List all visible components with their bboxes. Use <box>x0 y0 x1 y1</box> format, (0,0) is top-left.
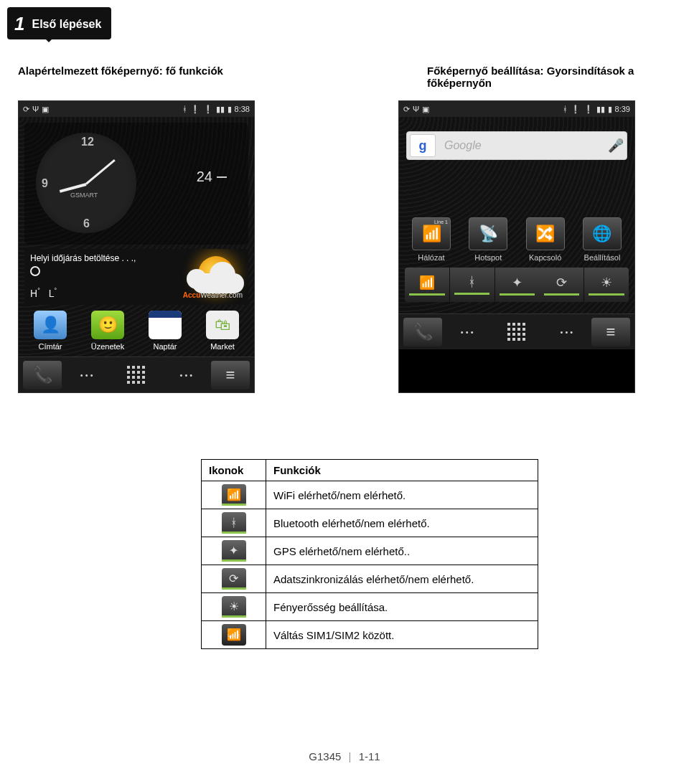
sync-icon: ⟳ <box>222 568 246 590</box>
row-desc: Fényerősség beállítása. <box>266 593 538 621</box>
caption-right: Főképernyő beállítása: Gyorsindítások a … <box>427 65 671 89</box>
shortcut-kapcsolo[interactable]: 🔀 Kapcsoló <box>519 217 572 262</box>
alert-icon: ❕ <box>571 105 581 114</box>
android-icon: ▣ <box>42 105 49 114</box>
table-row: ⟳ Adatszinkronizálás elérhető/nem elérhe… <box>202 565 538 593</box>
icons-functions-table: Ikonok Funkciók 📶 WiFi elérhető/nem elér… <box>201 459 538 649</box>
table-row: ✦ GPS elérhető/nem elérhető.. <box>202 537 538 565</box>
toggle-sync[interactable]: ⟳ <box>539 268 584 302</box>
android-icon: ▣ <box>422 105 429 114</box>
dock-apps-button[interactable] <box>111 362 161 388</box>
dock-list-button[interactable]: ≡ <box>591 318 630 346</box>
app-label: Naptár <box>139 342 191 351</box>
row-desc: Váltás SIM1/SIM2 között. <box>266 621 538 649</box>
status-left-icons: ⟳ Ψ ▣ <box>23 105 49 114</box>
alert-icon-2: ❕ <box>583 105 594 114</box>
mic-icon[interactable]: 🎤 <box>605 138 627 154</box>
dock-apps-button[interactable] <box>492 319 541 345</box>
cloud-icon <box>192 273 244 293</box>
signal-icon: ▮▮ <box>216 105 225 114</box>
toggle-gps[interactable]: ✦ <box>495 268 540 302</box>
clock-time: 8:38 <box>235 105 250 113</box>
dock-right: 📞 • • • • • • ≡ <box>399 313 634 349</box>
alert-icon-2: ❕ <box>203 105 213 114</box>
brightness-icon: ☀ <box>222 596 246 618</box>
sync-icon: ⟳ <box>403 105 410 114</box>
table-row: 📶 Váltás SIM1/SIM2 között. <box>202 621 538 649</box>
shortcut-halozat[interactable]: 📶Line 1 Hálózat <box>405 217 458 262</box>
shortcut-label: Hotspot <box>461 253 515 262</box>
clock-9: 9 <box>42 177 48 190</box>
sim-switch-icon: 📶 <box>222 624 246 646</box>
caption-right-line2: főképernyőn <box>427 77 492 89</box>
toggle-bluetooth[interactable]: ᚼ <box>450 268 495 302</box>
weather-circle-icon <box>30 266 40 276</box>
captions-row: Alapértelmezett főképernyő: fő funkciók … <box>18 65 671 89</box>
row-desc: GPS elérhető/nem elérhető.. <box>266 537 538 565</box>
hotspot-icon: 📡 <box>469 217 507 250</box>
row-desc: Bluetooth elérhető/nem elérhető. <box>266 509 538 537</box>
dock-left: 📞 • • • • • • ≡ <box>19 356 254 392</box>
bt-icon: ᚼ <box>182 105 187 113</box>
app-market[interactable]: 🛍 Market <box>197 311 248 351</box>
network-icon: 📶Line 1 <box>412 217 451 250</box>
usb-icon: Ψ <box>32 105 39 113</box>
statusbar-right: ⟳ Ψ ▣ ᚼ ❕ ❕ ▮▮ ▮ 8:39 <box>399 101 634 117</box>
shortcut-label: Beállításol <box>576 253 629 262</box>
settings-icon: 🌐 <box>583 217 622 250</box>
app-label: Címtár <box>24 342 76 351</box>
page-footer: G1345 | 1-11 <box>0 750 689 762</box>
shortcut-row: 📶Line 1 Hálózat 📡 Hotspot 🔀 Kapcsoló 🌐 B… <box>405 217 629 262</box>
dock-page-left[interactable]: • • • <box>62 362 111 388</box>
toggle-brightness[interactable]: ☀ <box>584 268 629 302</box>
market-icon: 🛍 <box>206 311 239 339</box>
table-row: 📶 WiFi elérhető/nem elérhető. <box>202 481 538 509</box>
app-naptar[interactable]: Naptár <box>139 311 191 351</box>
analog-clock-face: 12 9 6 GSMART <box>36 133 136 233</box>
accuweather-logo: AccuWeather.com <box>183 291 243 299</box>
toggle-wifi[interactable]: 📶 <box>405 268 450 302</box>
app-row: 👤 Címtár 🙂 Üzenetek Naptár 🛍 Market <box>24 311 248 351</box>
clock-date: 24 <box>197 169 227 185</box>
weather-hi: H° <box>30 287 40 299</box>
table-row: ᚼ Bluetooth elérhető/nem elérhető. <box>202 509 538 537</box>
app-cimtar[interactable]: 👤 Címtár <box>24 311 76 351</box>
dock-page-right[interactable]: • • • <box>161 362 211 388</box>
dock-list-button[interactable]: ≡ <box>211 361 250 389</box>
phone-screenshot-right: ⟳ Ψ ▣ ᚼ ❕ ❕ ▮▮ ▮ 8:39 g Google 🎤 📶Line <box>398 100 635 393</box>
weather-widget: Helyi időjárás betöltése . . ., H° L° Ac… <box>24 249 248 305</box>
battery-icon: ▮ <box>608 105 612 114</box>
chapter-badge: 1 Első lépések <box>7 7 111 39</box>
signal-icon: ▮▮ <box>596 105 605 114</box>
battery-icon: ▮ <box>228 105 232 114</box>
clock-6: 6 <box>83 217 90 230</box>
header-functions: Funkciók <box>266 460 538 481</box>
shortcut-label: Kapcsoló <box>519 253 572 262</box>
google-logo-icon: g <box>410 134 436 157</box>
toggle-row: 📶 ᚼ ✦ ⟳ ☀ <box>405 268 629 302</box>
dock-page-right[interactable]: • • • <box>542 319 591 345</box>
dock-phone-button[interactable]: 📞 <box>23 361 62 389</box>
accuweather-bold: Accu <box>183 291 200 299</box>
bluetooth-icon: ᚼ <box>222 512 246 534</box>
app-label: Üzenetek <box>82 342 133 351</box>
shortcut-hotspot[interactable]: 📡 Hotspot <box>461 217 515 262</box>
usb-icon: Ψ <box>413 105 419 113</box>
shortcut-label: Hálózat <box>405 253 458 262</box>
bt-icon: ᚼ <box>563 105 568 113</box>
app-uzenetek[interactable]: 🙂 Üzenetek <box>82 311 133 351</box>
gps-icon: ✦ <box>222 540 246 562</box>
shortcut-beallitasok[interactable]: 🌐 Beállításol <box>576 217 629 262</box>
footer-page: 1-11 <box>359 750 380 762</box>
google-search-widget[interactable]: g Google 🎤 <box>406 131 627 160</box>
header-icons: Ikonok <box>202 460 266 481</box>
statusbar-left: ⟳ Ψ ▣ ᚼ ❕ ❕ ▮▮ ▮ 8:38 <box>19 101 254 117</box>
dock-page-left[interactable]: • • • <box>442 319 492 345</box>
table-header-row: Ikonok Funkciók <box>202 460 538 481</box>
phone-screenshot-left: ⟳ Ψ ▣ ᚼ ❕ ❕ ▮▮ ▮ 8:38 12 9 6 GSMART <box>18 100 255 393</box>
footer-separator: | <box>349 750 352 762</box>
dock-phone-button[interactable]: 📞 <box>403 318 442 346</box>
caption-left: Alapértelmezett főképernyő: fő funkciók <box>18 65 262 89</box>
weather-lo: L° <box>49 287 57 299</box>
phone-body-right: g Google 🎤 📶Line 1 Hálózat 📡 Hotspot 🔀 K… <box>399 117 634 313</box>
